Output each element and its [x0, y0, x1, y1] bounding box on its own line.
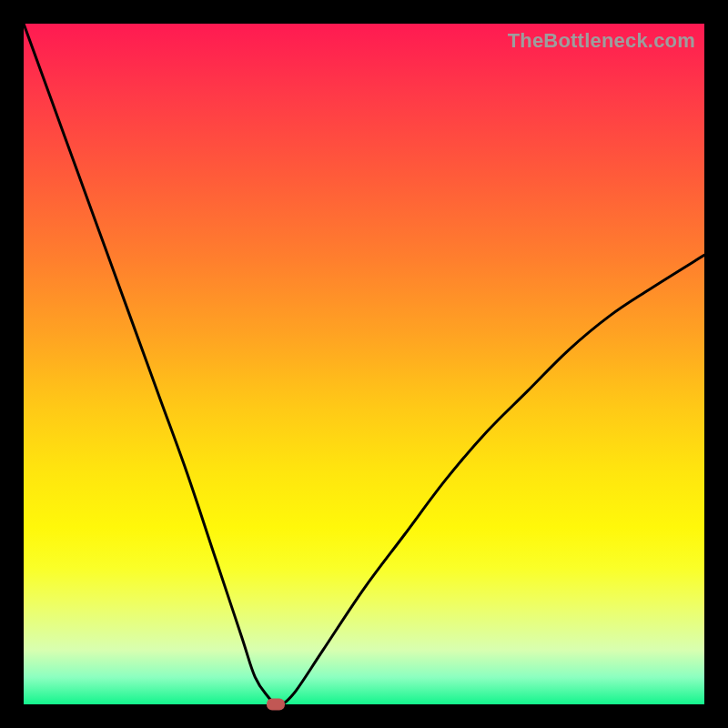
plot-area: TheBottleneck.com — [24, 24, 704, 704]
chart-frame: TheBottleneck.com — [0, 0, 728, 728]
bottleneck-curve — [24, 24, 704, 704]
optimum-marker — [267, 699, 285, 711]
curve-svg — [24, 24, 704, 704]
